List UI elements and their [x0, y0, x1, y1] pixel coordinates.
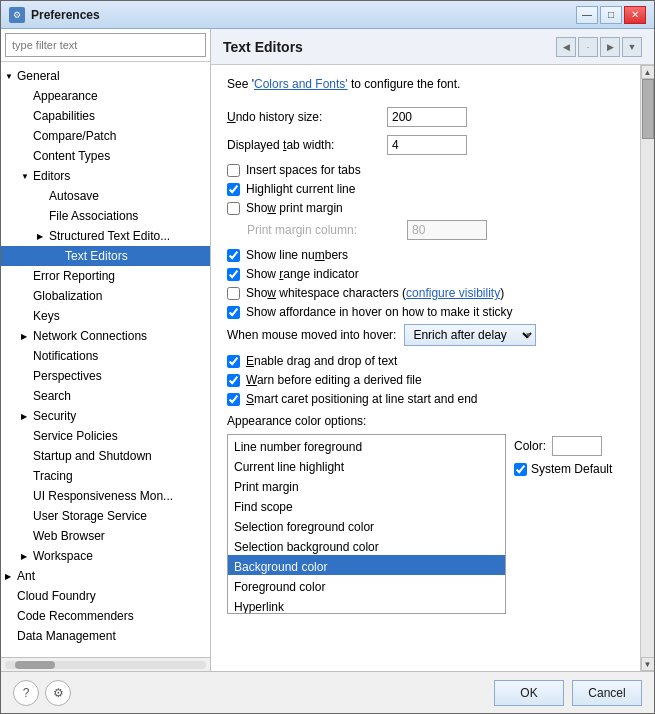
list-item-hyperlink[interactable]: Hyperlink: [228, 595, 505, 614]
close-button[interactable]: ✕: [624, 6, 646, 24]
right-scrollbar[interactable]: ▲ ▼: [640, 65, 654, 671]
sidebar-label: Search: [33, 389, 71, 403]
horizontal-scrollbar[interactable]: [1, 657, 210, 671]
search-input[interactable]: [5, 33, 206, 57]
sidebar-item-keys[interactable]: Keys: [1, 306, 210, 326]
sidebar-label: Tracing: [33, 469, 73, 483]
list-item-print-margin[interactable]: Print margin: [228, 475, 505, 495]
show-range-checkbox[interactable]: [227, 268, 240, 281]
sidebar-item-user-storage[interactable]: User Storage Service: [1, 506, 210, 526]
see-text-before: See ': [227, 77, 254, 91]
sidebar-item-startup[interactable]: Startup and Shutdown: [1, 446, 210, 466]
bottom-left: ? ⚙: [13, 680, 71, 706]
sidebar-item-compare[interactable]: Compare/Patch: [1, 126, 210, 146]
list-item-find-scope[interactable]: Find scope: [228, 495, 505, 515]
hover-select[interactable]: Enrich after delay Enrich immediately Ne…: [404, 324, 536, 346]
list-item-foreground[interactable]: Foreground color: [228, 575, 505, 595]
sidebar-label: Editors: [33, 169, 70, 183]
help-button[interactable]: ?: [13, 680, 39, 706]
list-item-selection-bg[interactable]: Selection background color: [228, 535, 505, 555]
see-line: See 'Colors and Fonts' to configure the …: [227, 77, 624, 91]
sidebar-item-code-recommenders[interactable]: Code Recommenders: [1, 606, 210, 626]
sidebar-item-perspectives[interactable]: Perspectives: [1, 366, 210, 386]
sidebar-item-globalization[interactable]: Globalization: [1, 286, 210, 306]
smart-caret-checkbox[interactable]: [227, 393, 240, 406]
maximize-button[interactable]: □: [600, 6, 622, 24]
expand-arrow: ▶: [21, 412, 31, 421]
sidebar-item-editors[interactable]: ▼ Editors: [1, 166, 210, 186]
highlight-line-checkbox[interactable]: [227, 183, 240, 196]
sidebar-item-service-policies[interactable]: Service Policies: [1, 426, 210, 446]
sidebar-item-web-browser[interactable]: Web Browser: [1, 526, 210, 546]
drag-drop-checkbox[interactable]: [227, 355, 240, 368]
list-item-background[interactable]: Background color: [228, 555, 505, 575]
sys-default-checkbox[interactable]: [514, 463, 527, 476]
sidebar-item-general[interactable]: ▼ General: [1, 66, 210, 86]
nav-separator: ·: [578, 37, 598, 57]
warn-editing-checkbox[interactable]: [227, 374, 240, 387]
color-row: Color:: [514, 436, 624, 456]
sidebar-item-security[interactable]: ▶ Security: [1, 406, 210, 426]
sidebar-item-content-types[interactable]: Content Types: [1, 146, 210, 166]
scroll-down-arrow[interactable]: ▼: [641, 657, 655, 671]
title-bar: ⚙ Preferences — □ ✕: [1, 1, 654, 29]
see-text-after: to configure the font.: [348, 77, 461, 91]
scroll-up-arrow[interactable]: ▲: [641, 65, 655, 79]
colors-fonts-link[interactable]: Colors and Fonts': [254, 77, 348, 91]
expand-arrow: ▼: [5, 72, 15, 81]
configure-visibility-link[interactable]: configure visibility: [406, 286, 500, 300]
nav-buttons: ◀ · ▶ ▼: [556, 37, 642, 57]
print-margin-input[interactable]: [407, 220, 487, 240]
sidebar-item-workspace[interactable]: ▶ Workspace: [1, 546, 210, 566]
sidebar-item-text-editors[interactable]: Text Editors: [1, 246, 210, 266]
show-margin-checkbox[interactable]: [227, 202, 240, 215]
sidebar-item-tracing[interactable]: Tracing: [1, 466, 210, 486]
minimize-button[interactable]: —: [576, 6, 598, 24]
sidebar-item-network[interactable]: ▶ Network Connections: [1, 326, 210, 346]
sidebar-item-search[interactable]: Search: [1, 386, 210, 406]
preferences-button[interactable]: ⚙: [45, 680, 71, 706]
nav-forward-button[interactable]: ▶: [600, 37, 620, 57]
ok-button[interactable]: OK: [494, 680, 564, 706]
insert-spaces-checkbox[interactable]: [227, 164, 240, 177]
sidebar-item-capabilities[interactable]: Capabilities: [1, 106, 210, 126]
sidebar-item-file-assoc[interactable]: File Associations: [1, 206, 210, 226]
sidebar-item-error-reporting[interactable]: Error Reporting: [1, 266, 210, 286]
window-title: Preferences: [31, 8, 576, 22]
cancel-button[interactable]: Cancel: [572, 680, 642, 706]
scroll-thumb[interactable]: [15, 661, 55, 669]
sidebar-item-data-management[interactable]: Data Management: [1, 626, 210, 646]
list-item-current-line[interactable]: Current line highlight: [228, 455, 505, 475]
sidebar-label: User Storage Service: [33, 509, 147, 523]
undo-input[interactable]: [387, 107, 467, 127]
expand-arrow: ▼: [21, 172, 31, 181]
nav-dropdown-button[interactable]: ▼: [622, 37, 642, 57]
color-swatch[interactable]: [552, 436, 602, 456]
sidebar-label: Service Policies: [33, 429, 118, 443]
hover-label: When mouse moved into hover:: [227, 328, 396, 342]
show-affordance-checkbox[interactable]: [227, 306, 240, 319]
scroll-thumb[interactable]: [642, 79, 654, 139]
show-whitespace-checkbox[interactable]: [227, 287, 240, 300]
tab-width-input[interactable]: [387, 135, 467, 155]
warn-editing-row: Warn before editing a derived file: [227, 373, 624, 387]
sidebar-label: Data Management: [17, 629, 116, 643]
show-numbers-checkbox[interactable]: [227, 249, 240, 262]
sidebar-item-structured-text[interactable]: ▶ Structured Text Edito...: [1, 226, 210, 246]
sidebar-item-appearance[interactable]: Appearance: [1, 86, 210, 106]
scroll-track: [5, 661, 206, 669]
print-margin-row: Print margin column:: [227, 220, 624, 240]
nav-back-button[interactable]: ◀: [556, 37, 576, 57]
list-item-selection-fg[interactable]: Selection foreground color: [228, 515, 505, 535]
sidebar-label: Globalization: [33, 289, 102, 303]
list-item-line-num-fg[interactable]: Line number foreground: [228, 435, 505, 455]
scroll-track[interactable]: [641, 79, 655, 657]
sidebar-item-ant[interactable]: ▶ Ant: [1, 566, 210, 586]
sidebar-item-notifications[interactable]: Notifications: [1, 346, 210, 366]
appearance-list[interactable]: Line number foreground Current line high…: [227, 434, 506, 614]
highlight-line-label: Highlight current line: [246, 182, 355, 196]
sidebar-item-ui-responsiveness[interactable]: UI Responsiveness Mon...: [1, 486, 210, 506]
sidebar-item-autosave[interactable]: Autosave: [1, 186, 210, 206]
show-numbers-row: Show line numbers: [227, 248, 624, 262]
sidebar-item-cloud-foundry[interactable]: Cloud Foundry: [1, 586, 210, 606]
